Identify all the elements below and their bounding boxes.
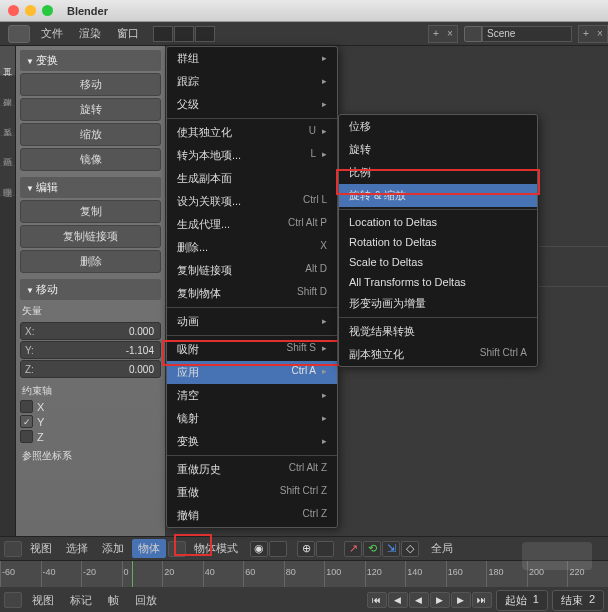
apply-visual[interactable]: 视觉结果转换 bbox=[339, 320, 537, 343]
timeline-editor: -60-40-20020406080100120140160180200220 … bbox=[0, 560, 608, 612]
blender-icon[interactable] bbox=[8, 25, 30, 43]
menu-file[interactable]: 文件 bbox=[33, 23, 71, 44]
mode-icon[interactable] bbox=[168, 541, 186, 557]
tab-physics[interactable]: 物理 bbox=[0, 166, 15, 196]
menu-apply[interactable]: 应用Ctrl A bbox=[167, 361, 337, 384]
start-frame[interactable]: 起始1 bbox=[496, 590, 548, 611]
apply-submenu: 位移 旋转 比例 旋转 & 缩放 Location to Deltas Rota… bbox=[338, 114, 538, 367]
duplicate-button[interactable]: 复制 bbox=[20, 200, 161, 223]
apply-rotdelta[interactable]: Rotation to Deltas bbox=[339, 232, 537, 252]
menu-transform[interactable]: 变换 bbox=[167, 430, 337, 453]
menu-local[interactable]: 转为本地项...L bbox=[167, 144, 337, 167]
playback-controls[interactable]: ⏮◀◀▶▶⏭ bbox=[367, 592, 492, 608]
apply-rotscale[interactable]: 旋转 & 缩放 bbox=[339, 184, 537, 207]
menu-clear[interactable]: 清空 bbox=[167, 384, 337, 407]
manipulator-icons[interactable]: ↗⟲⇲◇ bbox=[344, 541, 419, 557]
mode-select[interactable]: 物体模式 bbox=[188, 539, 244, 558]
scene-icon[interactable] bbox=[464, 26, 482, 42]
menu-setrel[interactable]: 设为关联项...Ctrl L bbox=[167, 190, 337, 213]
tab-tools[interactable]: 工具 bbox=[0, 46, 15, 76]
apply-scaledelta[interactable]: Scale to Deltas bbox=[339, 252, 537, 272]
shading-icons[interactable]: ◉ bbox=[250, 541, 287, 557]
menu-makeproxy[interactable]: 生成代理...Ctrl Alt P bbox=[167, 213, 337, 236]
maximize-icon[interactable] bbox=[42, 5, 53, 16]
menu-undo[interactable]: 撤销Ctrl Z bbox=[167, 504, 337, 527]
app-title: Blender bbox=[67, 5, 108, 17]
move-z-field[interactable]: Z:0.000 bbox=[20, 360, 161, 378]
object-menu-btn[interactable]: 物体 bbox=[132, 539, 166, 558]
rotate-button[interactable]: 旋转 bbox=[20, 98, 161, 121]
object-menu: 群组 跟踪 父级 使其独立化U 转为本地项...L 生成副本面 设为关联项...… bbox=[166, 46, 338, 528]
menu-mirror[interactable]: 镜射 bbox=[167, 407, 337, 430]
axis-z-check[interactable]: Z bbox=[20, 430, 161, 443]
scene-add-remove[interactable]: +× bbox=[578, 25, 608, 43]
constraint-axis-label: 约束轴 bbox=[22, 384, 159, 398]
timeline-editor-icon[interactable] bbox=[4, 592, 22, 608]
apply-location[interactable]: 位移 bbox=[339, 115, 537, 138]
duplicate-linked-button[interactable]: 复制链接项 bbox=[20, 225, 161, 248]
apply-alldelta[interactable]: All Transforms to Deltas bbox=[339, 272, 537, 292]
tl-frame[interactable]: 帧 bbox=[102, 591, 125, 610]
tool-shelf: 变换 移动 旋转 缩放 镜像 编辑 复制 复制链接项 删除 移动 矢量 X:0.… bbox=[16, 46, 166, 536]
apply-scale[interactable]: 比例 bbox=[339, 161, 537, 184]
timeline-ruler[interactable]: -60-40-20020406080100120140160180200220 bbox=[0, 561, 608, 587]
editor-type-icon[interactable] bbox=[4, 541, 22, 557]
select-menu[interactable]: 选择 bbox=[60, 539, 94, 558]
screen-layout-tabs[interactable] bbox=[153, 26, 215, 42]
menu-delete[interactable]: 删除...X bbox=[167, 236, 337, 259]
vector-label: 矢量 bbox=[22, 304, 159, 318]
move-x-field[interactable]: X:0.000 bbox=[20, 322, 161, 340]
menu-undohist[interactable]: 重做历史Ctrl Alt Z bbox=[167, 458, 337, 481]
tl-marker[interactable]: 标记 bbox=[64, 591, 98, 610]
menu-track[interactable]: 跟踪 bbox=[167, 70, 337, 93]
close-icon[interactable] bbox=[8, 5, 19, 16]
tool-tabs: 工具 创建 关系 动画 物理 bbox=[0, 46, 16, 536]
tab-create[interactable]: 创建 bbox=[0, 76, 15, 106]
apply-rotation[interactable]: 旋转 bbox=[339, 138, 537, 161]
axis-y-check[interactable]: ✓Y bbox=[20, 415, 161, 428]
menu-render[interactable]: 渲染 bbox=[71, 23, 109, 44]
minimize-icon[interactable] bbox=[25, 5, 36, 16]
axis-x-check[interactable]: X bbox=[20, 400, 161, 413]
menu-dupobj[interactable]: 复制物体Shift D bbox=[167, 282, 337, 305]
scene-name-input[interactable] bbox=[482, 26, 572, 42]
layout-add-remove[interactable]: +× bbox=[428, 25, 458, 43]
tl-view[interactable]: 视图 bbox=[26, 591, 60, 610]
apply-animdelta[interactable]: 形变动画为增量 bbox=[339, 292, 537, 315]
tab-anim[interactable]: 动画 bbox=[0, 136, 15, 166]
menu-anim[interactable]: 动画 bbox=[167, 310, 337, 333]
end-frame[interactable]: 结束2 bbox=[552, 590, 604, 611]
menu-window[interactable]: 窗口 bbox=[109, 23, 147, 44]
translate-button[interactable]: 移动 bbox=[20, 73, 161, 96]
section-edit[interactable]: 编辑 bbox=[20, 177, 161, 198]
menu-proxy[interactable]: 生成副本面 bbox=[167, 167, 337, 190]
tab-relations[interactable]: 关系 bbox=[0, 106, 15, 136]
add-menu[interactable]: 添加 bbox=[96, 539, 130, 558]
menu-duplink[interactable]: 复制链接项Alt D bbox=[167, 259, 337, 282]
watermark bbox=[522, 542, 592, 570]
viewport-header: 视图 选择 添加 物体 物体模式 ◉ ⊕ ↗⟲⇲◇ 全局 bbox=[0, 536, 608, 560]
3d-viewport[interactable]: 群组 跟踪 父级 使其独立化U 转为本地项...L 生成副本面 设为关联项...… bbox=[166, 46, 608, 536]
apply-dupreal[interactable]: 副本独立化Shift Ctrl A bbox=[339, 343, 537, 366]
menu-redo[interactable]: 重做Shift Ctrl Z bbox=[167, 481, 337, 504]
mirror-button[interactable]: 镜像 bbox=[20, 148, 161, 171]
tl-playback[interactable]: 回放 bbox=[129, 591, 163, 610]
info-header: 文件 渲染 窗口 +× +× bbox=[0, 22, 608, 46]
view-menu[interactable]: 视图 bbox=[24, 539, 58, 558]
menu-snap[interactable]: 吸附Shift S bbox=[167, 338, 337, 361]
section-move[interactable]: 移动 bbox=[20, 279, 161, 300]
move-y-field[interactable]: Y:-1.104 bbox=[20, 341, 161, 359]
apply-locdelta[interactable]: Location to Deltas bbox=[339, 212, 537, 232]
menu-independent[interactable]: 使其独立化U bbox=[167, 121, 337, 144]
section-transform[interactable]: 变换 bbox=[20, 50, 161, 71]
pivot-icons[interactable]: ⊕ bbox=[297, 541, 334, 557]
scale-button[interactable]: 缩放 bbox=[20, 123, 161, 146]
menu-group[interactable]: 群组 bbox=[167, 47, 337, 70]
window-titlebar: Blender bbox=[0, 0, 608, 22]
delete-button[interactable]: 删除 bbox=[20, 250, 161, 273]
orientation-select[interactable]: 全局 bbox=[425, 539, 459, 558]
menu-parent[interactable]: 父级 bbox=[167, 93, 337, 116]
coord-label: 参照坐标系 bbox=[22, 449, 159, 463]
